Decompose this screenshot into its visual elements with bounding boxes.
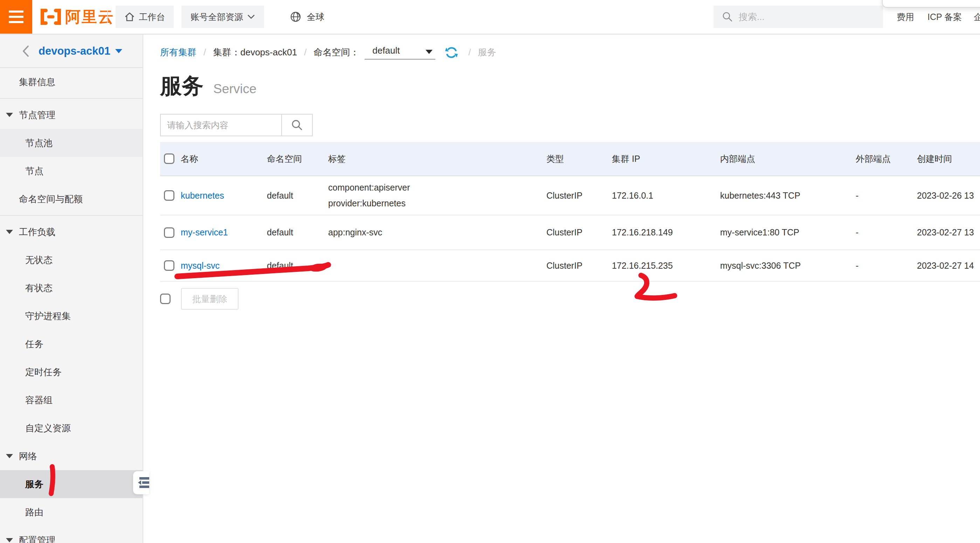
global-search-box[interactable] xyxy=(713,6,883,28)
cell-external-endpoint: - xyxy=(856,215,859,249)
sidebar-item-无状态[interactable]: 无状态 xyxy=(0,246,143,274)
sidebar-item-配置管理[interactable]: 配置管理 xyxy=(0,526,143,543)
sidebar-item-网络[interactable]: 网络 xyxy=(0,442,143,470)
refresh-icon xyxy=(444,46,458,59)
sidebar-item-节点池[interactable]: 节点池 xyxy=(0,129,143,157)
service-name-link[interactable]: mysql-svc xyxy=(181,261,220,271)
row-checkbox[interactable] xyxy=(164,190,174,201)
sidebar-collapse-toggle[interactable] xyxy=(133,471,149,494)
table-search-input[interactable] xyxy=(160,114,282,136)
sidebar-item-有状态[interactable]: 有状态 xyxy=(0,274,143,302)
sidebar-item-label: 有状态 xyxy=(25,282,52,294)
cell-namespace: default xyxy=(267,250,293,281)
hamburger-menu-icon[interactable] xyxy=(0,0,32,33)
row-checkbox[interactable] xyxy=(164,227,174,238)
globe-icon xyxy=(289,10,302,24)
select-all-checkbox[interactable] xyxy=(160,294,170,304)
table-search-row xyxy=(160,114,313,136)
caret-down-icon xyxy=(115,49,122,53)
cell-created-time: 2023-02-27 13 xyxy=(917,215,974,249)
column-header-类型: 类型 xyxy=(546,142,564,175)
region-selector[interactable]: 全球 xyxy=(289,6,325,28)
row-checkbox[interactable] xyxy=(164,260,174,271)
sidebar-item-label: 集群信息 xyxy=(19,76,55,88)
sidebar-item-label: 自定义资源 xyxy=(25,422,71,435)
cell-namespace: default xyxy=(267,176,293,215)
sidebar-menu: 集群信息节点管理节点池节点命名空间与配额工作负载无状态有状态守护进程集任务定时任… xyxy=(0,68,143,543)
cutoff-dropdown-panel xyxy=(882,0,980,8)
service-name-link[interactable]: kubernetes xyxy=(181,191,224,201)
sidebar-item-集群信息[interactable]: 集群信息 xyxy=(0,68,143,96)
breadcrumb-namespace-label: 命名空间： xyxy=(313,46,359,59)
sidebar-item-自定义资源[interactable]: 自定义资源 xyxy=(0,414,143,442)
cell-external-endpoint: - xyxy=(856,250,859,281)
sidebar-item-节点管理[interactable]: 节点管理 xyxy=(0,101,143,129)
page-title-zh: 服务 xyxy=(160,71,204,100)
sidebar-item-label: 无状态 xyxy=(25,254,52,266)
page-title: 服务 Service xyxy=(160,71,256,100)
topbar-divider xyxy=(107,11,108,23)
global-search-input[interactable] xyxy=(738,11,872,23)
header-select-all-checkbox[interactable] xyxy=(164,153,174,164)
caret-down-icon xyxy=(6,113,13,117)
sidebar-divider xyxy=(0,96,143,101)
namespace-select[interactable]: default xyxy=(364,45,435,60)
cell-type: ClusterIP xyxy=(546,176,582,215)
cell-cluster-ip: 172.16.0.1 xyxy=(612,176,653,215)
cell-namespace: default xyxy=(267,215,293,249)
column-header-集群 IP: 集群 IP xyxy=(612,142,640,175)
cell-labels: - xyxy=(328,250,331,281)
column-header-命名空间: 命名空间 xyxy=(267,142,302,175)
workbench-button[interactable]: 工作台 xyxy=(116,6,174,28)
caret-down-icon xyxy=(426,50,433,54)
sidebar-item-任务[interactable]: 任务 xyxy=(0,330,143,358)
refresh-button[interactable] xyxy=(444,46,458,59)
breadcrumb-all-clusters[interactable]: 所有集群 xyxy=(160,46,196,59)
batch-delete-button[interactable]: 批量删除 xyxy=(181,288,239,310)
table-header-row: 名称命名空间标签类型集群 IP内部端点外部端点创建时间 xyxy=(160,142,980,176)
column-header-外部端点: 外部端点 xyxy=(856,142,891,175)
sidebar-item-定时任务[interactable]: 定时任务 xyxy=(0,358,143,386)
search-icon xyxy=(291,119,303,131)
caret-down-icon xyxy=(6,230,13,234)
table-row-my-service1: my-service1defaultapp:nginx-svcClusterIP… xyxy=(160,215,980,250)
breadcrumb-cluster: 集群：devops-ack01 xyxy=(213,46,297,59)
caret-down-icon xyxy=(6,538,13,542)
sidebar-item-工作负载[interactable]: 工作负载 xyxy=(0,218,143,246)
page-title-en: Service xyxy=(213,82,256,96)
cluster-sidebar: devops-ack01 集群信息节点管理节点池节点命名空间与配额工作负载无状态… xyxy=(0,35,143,543)
sidebar-item-label: 工作负载 xyxy=(19,226,55,238)
column-header-名称: 名称 xyxy=(181,142,198,175)
top-navigation-bar: 阿里云 工作台 账号全部资源 全球 费用 ICP 备案 企 xyxy=(0,0,980,35)
account-resources-dropdown[interactable]: 账号全部资源 xyxy=(181,6,264,28)
cell-labels: app:nginx-svc xyxy=(328,215,382,249)
cell-cluster-ip: 172.16.215.235 xyxy=(612,250,673,281)
cluster-name-dropdown[interactable]: devops-ack01 xyxy=(38,45,122,57)
cell-external-endpoint: - xyxy=(856,176,859,215)
alibaba-cloud-logo[interactable]: 阿里云 xyxy=(40,0,115,33)
sidebar-item-label: 节点 xyxy=(25,165,43,177)
sidebar-item-服务[interactable]: 服务 xyxy=(0,470,143,498)
home-icon xyxy=(124,11,135,22)
sidebar-item-命名空间与配额[interactable]: 命名空间与配额 xyxy=(0,185,143,213)
cell-type: ClusterIP xyxy=(546,250,582,281)
sidebar-item-label: 节点池 xyxy=(25,137,52,149)
cell-created-time: 2023-02-27 14 xyxy=(917,250,974,281)
caret-down-icon xyxy=(6,454,13,458)
table-search-button[interactable] xyxy=(282,114,313,136)
cell-internal-endpoint: my-service1:80 TCP xyxy=(720,215,799,249)
back-chevron-icon[interactable] xyxy=(22,45,29,57)
table-body: kubernetesdefaultcomponent:apiserverprov… xyxy=(160,176,980,282)
sidebar-item-label: 容器组 xyxy=(25,394,52,406)
sidebar-item-容器组[interactable]: 容器组 xyxy=(0,386,143,414)
brand-bracket-icon xyxy=(40,9,62,25)
main-content: 所有集群 / 集群：devops-ack01 / 命名空间： default /… xyxy=(143,35,980,543)
sidebar-item-label: 任务 xyxy=(25,338,43,350)
cluster-header: devops-ack01 xyxy=(0,35,143,68)
sidebar-item-守护进程集[interactable]: 守护进程集 xyxy=(0,302,143,330)
cell-type: ClusterIP xyxy=(546,215,582,249)
service-name-link[interactable]: my-service1 xyxy=(181,227,228,237)
sidebar-item-路由[interactable]: 路由 xyxy=(0,498,143,526)
sidebar-item-节点[interactable]: 节点 xyxy=(0,157,143,185)
table-row-kubernetes: kubernetesdefaultcomponent:apiserverprov… xyxy=(160,176,980,215)
